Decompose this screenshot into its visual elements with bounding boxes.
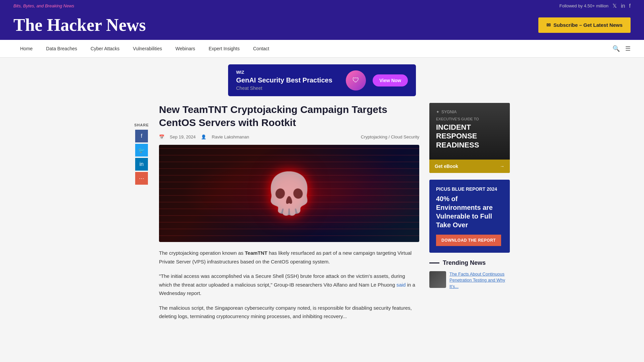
share-sidebar: SHARE f 🐦 in ⋯ (134, 103, 149, 327)
share-other-button[interactable]: ⋯ (135, 172, 148, 185)
nav-icons: 🔍 ☰ (612, 45, 631, 52)
article-hero-image: 💀 (159, 145, 419, 242)
article-meta-left: 📅 Sep 19, 2024 👤 Ravie Lakshmanan (159, 134, 249, 139)
nav-data-breaches[interactable]: Data Breaches (39, 40, 84, 57)
arrow-icon: → (500, 164, 504, 169)
linkedin-link[interactable]: in (621, 3, 625, 9)
nav-contact[interactable]: Contact (246, 40, 276, 57)
article-author: Ravie Lakshmanan (212, 134, 249, 139)
site-title: The Hacker News (13, 15, 146, 35)
search-button[interactable]: 🔍 (612, 45, 620, 52)
nav-expert-insights[interactable]: Expert Insights (202, 40, 247, 57)
skull-icon: 💀 (264, 170, 314, 217)
trending-line (429, 262, 439, 263)
trending-header: Trending News (429, 259, 510, 266)
article-paragraph-2: "The initial access was accomplished via… (159, 272, 419, 298)
envelope-icon: ✉ (546, 22, 551, 28)
twitter-link[interactable]: 𝕏 (612, 3, 617, 9)
banner-cta-button[interactable]: View Now (373, 74, 408, 86)
nav-webinars[interactable]: Webinars (169, 40, 202, 57)
article-body-1-text: has likely resurfaced as part of a new c… (159, 250, 412, 264)
nav-home[interactable]: Home (13, 40, 39, 57)
trending-link[interactable]: The Facts About Continuous Penetration T… (449, 271, 510, 290)
share-twitter-button[interactable]: 🐦 (135, 144, 148, 157)
trending-thumbnail (429, 271, 446, 288)
said-link[interactable]: said (396, 282, 406, 288)
trending-item: The Facts About Continuous Penetration T… (429, 271, 510, 290)
share-facebook-button[interactable]: f (135, 130, 148, 142)
author-icon: 👤 (201, 134, 206, 139)
picus-download-button[interactable]: DOWNLOAD THE REPORT (436, 235, 501, 246)
nav-cyber-attacks[interactable]: Cyber Attacks (84, 40, 126, 57)
picus-brand: PICUS BLUE REPORT 2024 (436, 186, 503, 192)
main-content: SHARE f 🐦 in ⋯ New TeamTNT Cryptojacking… (121, 103, 523, 327)
incident-ad-content: ✦ SYGNIA EXECUTIVE'S GUIDE TO INCIDENTRE… (429, 103, 510, 160)
share-label: SHARE (134, 123, 149, 127)
article-date: Sep 19, 2024 (170, 134, 196, 139)
incident-ad-cta[interactable]: Get eBook → (429, 160, 510, 173)
article-title: New TeamTNT Cryptojacking Campaign Targe… (159, 103, 419, 129)
banner-subtitle: Cheat Sheet (236, 85, 339, 91)
incident-ad-brand: ✦ SYGNIA (436, 110, 503, 114)
trending-title: Trending News (443, 259, 486, 266)
followers-count: Followed by 4.50+ million (559, 3, 608, 8)
picus-ad: PICUS BLUE REPORT 2024 40% of Environmen… (429, 180, 510, 253)
trending-section: Trending News The Facts About Continuous… (429, 259, 510, 290)
nav-vulnerabilities[interactable]: Vulnerabilities (126, 40, 169, 57)
subscribe-label: Subscribe – Get Latest News (553, 22, 623, 28)
menu-button[interactable]: ☰ (625, 45, 631, 52)
banner-title: GenAI Security Best Practices (236, 76, 339, 84)
banner-ad-left: WIZ GenAI Security Best Practices Cheat … (236, 70, 339, 91)
calendar-icon: 📅 (159, 134, 164, 139)
teamtnt-bold: TeamTNT (245, 250, 267, 256)
header-topbar: Bits, Bytes, and Breaking News Followed … (0, 0, 644, 12)
picus-title: 40% of Environments are Vulnerable to Fu… (436, 194, 503, 229)
banner-ad: WIZ GenAI Security Best Practices Cheat … (228, 64, 416, 96)
incident-ad-title: INCIDENTRESPONSEREADINESS (436, 123, 503, 149)
sygnia-logo: ✦ (436, 110, 439, 114)
header-main: The Hacker News ✉ Subscribe – Get Latest… (0, 12, 644, 40)
article-area: New TeamTNT Cryptojacking Campaign Targe… (159, 103, 419, 327)
navbar: Home Data Breaches Cyber Attacks Vulnera… (0, 40, 644, 58)
article-paragraph-3: The malicious script, the Singaporean cy… (159, 304, 419, 321)
nav-links: Home Data Breaches Cyber Attacks Vulnera… (13, 40, 276, 57)
banner-shield-icon: 🛡 (346, 70, 366, 90)
article-paragraph-1: The cryptojacking operation known as Tea… (159, 249, 419, 266)
subscribe-button[interactable]: ✉ Subscribe – Get Latest News (538, 17, 631, 33)
incident-response-ad: ✦ SYGNIA EXECUTIVE'S GUIDE TO INCIDENTRE… (429, 103, 510, 173)
article-meta: 📅 Sep 19, 2024 👤 Ravie Lakshmanan Crypto… (159, 134, 419, 139)
facebook-link[interactable]: f (629, 3, 631, 9)
header-social-bar: Followed by 4.50+ million 𝕏 in f (559, 3, 631, 9)
guide-label: EXECUTIVE'S GUIDE TO (436, 117, 503, 121)
sidebar-right: ✦ SYGNIA EXECUTIVE'S GUIDE TO INCIDENTRE… (429, 103, 510, 327)
article-body-2-cont: in a Wednesday report. (159, 282, 415, 296)
header-tagline: Bits, Bytes, and Breaking News (13, 3, 74, 8)
article-body: The cryptojacking operation known as Tea… (159, 249, 419, 321)
share-linkedin-button[interactable]: in (135, 158, 148, 171)
incident-ad-cta-label: Get eBook (435, 164, 458, 169)
article-tags: Cryptojacking / Cloud Security (361, 134, 419, 139)
article-tag: Cryptojacking / Cloud Security (361, 134, 419, 139)
banner-brand: WIZ (236, 70, 339, 75)
